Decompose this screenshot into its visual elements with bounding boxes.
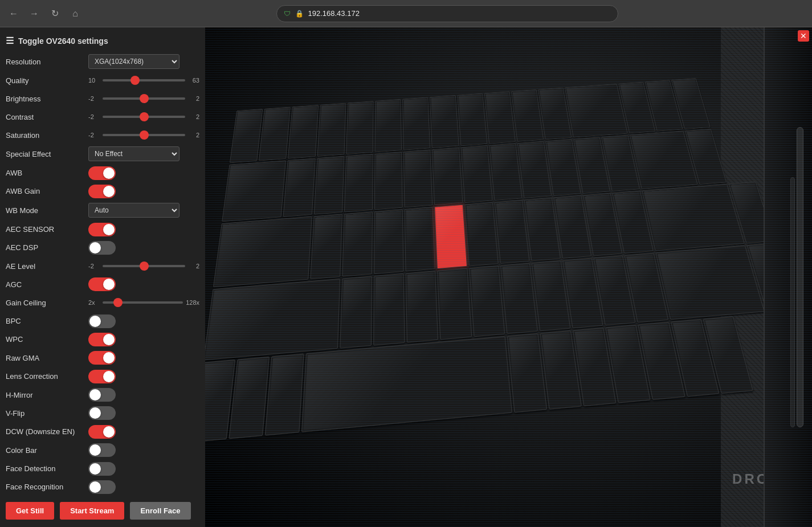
key-6 xyxy=(375,99,402,152)
face-detection-control xyxy=(88,462,199,476)
video-close-button[interactable]: ✕ xyxy=(798,30,809,42)
bpc-thumb xyxy=(89,316,101,327)
lens-correction-control xyxy=(88,370,199,383)
dcw-toggle[interactable] xyxy=(88,425,116,439)
face-detection-label: Face Detection xyxy=(6,464,88,473)
lens-correction-toggle[interactable] xyxy=(88,370,116,383)
lens-correction-row: Lens Correction xyxy=(6,367,199,386)
contrast-slider[interactable] xyxy=(103,116,185,118)
cable-1 xyxy=(797,127,803,427)
h-mirror-label: H-Mirror xyxy=(6,391,88,399)
key-j xyxy=(495,200,530,264)
color-bar-toggle[interactable] xyxy=(88,443,116,457)
start-stream-button[interactable]: Start Stream xyxy=(60,502,124,520)
saturation-max: 2 xyxy=(188,132,199,138)
quality-max: 63 xyxy=(188,77,199,84)
lens-correction-thumb xyxy=(103,371,115,382)
quality-slider[interactable] xyxy=(103,79,185,81)
wpc-toggle[interactable] xyxy=(88,333,116,346)
agc-toggle[interactable] xyxy=(88,277,116,291)
awb-gain-row: AWB Gain xyxy=(6,182,199,201)
h-mirror-toggle[interactable] xyxy=(88,388,116,402)
browser-chrome: ← → ↻ ⌂ 🛡 🔒 192.168.43.172 xyxy=(0,0,812,27)
contrast-row: Contrast -2 2 xyxy=(6,108,199,126)
wb-mode-row: WB Mode Auto Sunny Cloudy Office Home xyxy=(6,201,199,220)
awb-gain-thumb xyxy=(103,186,115,197)
wb-mode-label: WB Mode xyxy=(6,206,88,215)
bpc-label: BPC xyxy=(6,317,88,325)
h-mirror-control xyxy=(88,388,199,402)
gain-ceiling-max: 128x xyxy=(186,299,199,306)
awb-thumb xyxy=(103,168,115,179)
home-button[interactable]: ⌂ xyxy=(67,6,83,22)
bpc-toggle[interactable] xyxy=(88,314,116,328)
agc-row: AGC xyxy=(6,275,199,293)
enroll-face-button[interactable]: Enroll Face xyxy=(130,502,190,520)
ae-level-label: AE Level xyxy=(6,262,88,271)
aec-sensor-label: AEC SENSOR xyxy=(6,225,88,234)
key-s xyxy=(342,212,373,277)
dcw-thumb xyxy=(103,426,115,438)
face-recognition-toggle[interactable] xyxy=(88,480,116,494)
wb-mode-select[interactable]: Auto Sunny Cloudy Office Home xyxy=(88,203,179,218)
back-button[interactable]: ← xyxy=(6,6,22,22)
resolution-select[interactable]: XGA(1024x768) UXGA(1600x1200) SXGA(1280x… xyxy=(88,54,179,69)
camera-feed: DRON xyxy=(205,27,812,527)
saturation-slider[interactable] xyxy=(103,134,185,136)
dcw-row: DCW (Downsize EN) xyxy=(6,423,199,441)
aec-sensor-thumb xyxy=(103,224,115,235)
key-r xyxy=(374,152,403,210)
saturation-label: Saturation xyxy=(6,131,88,140)
special-effect-select[interactable]: No Effect Negative Grayscale Red Tint Gr… xyxy=(88,146,179,161)
key-q xyxy=(283,158,316,217)
awb-gain-toggle[interactable] xyxy=(88,185,116,198)
h-mirror-thumb xyxy=(89,389,101,401)
quality-label: Quality xyxy=(6,76,88,85)
dcw-control xyxy=(88,425,199,439)
cable-2 xyxy=(790,177,795,427)
button-row: Get Still Start Stream Enroll Face xyxy=(6,496,199,522)
v-flip-toggle[interactable] xyxy=(88,406,116,420)
awb-toggle[interactable] xyxy=(88,166,116,180)
ae-level-control: -2 2 xyxy=(88,263,199,269)
awb-gain-control xyxy=(88,185,199,198)
quality-min: 10 xyxy=(88,77,100,84)
awb-control xyxy=(88,166,199,180)
gain-ceiling-slider[interactable] xyxy=(103,301,183,304)
special-effect-label: Special Effect xyxy=(6,150,88,158)
quality-control: 10 63 xyxy=(88,77,199,84)
ae-level-row: AE Level -2 2 xyxy=(6,257,199,275)
lens-correction-label: Lens Correction xyxy=(6,372,88,381)
raw-gma-toggle[interactable] xyxy=(88,351,116,365)
app-title: Toggle OV2640 settings xyxy=(18,36,108,46)
face-detection-toggle[interactable] xyxy=(88,462,116,476)
raw-gma-control xyxy=(88,351,199,365)
get-still-button[interactable]: Get Still xyxy=(6,502,54,520)
sidebar-title: ☰ Toggle OV2640 settings xyxy=(6,32,199,52)
wpc-control xyxy=(88,333,199,346)
aec-sensor-control xyxy=(88,223,199,236)
key-u xyxy=(460,145,492,203)
face-detection-row: Face Detection xyxy=(6,459,199,477)
aec-sensor-toggle[interactable] xyxy=(88,223,116,236)
aec-sensor-row: AEC SENSOR xyxy=(6,220,199,238)
key-10 xyxy=(484,91,516,144)
contrast-min: -2 xyxy=(88,113,100,120)
wpc-label: WPC xyxy=(6,335,88,344)
key-8 xyxy=(430,95,459,148)
ae-level-slider[interactable] xyxy=(103,265,185,267)
ae-level-min: -2 xyxy=(88,263,100,269)
forward-button[interactable]: → xyxy=(26,6,42,22)
key-9 xyxy=(457,93,487,146)
contrast-control: -2 2 xyxy=(88,113,199,120)
brightness-slider[interactable] xyxy=(103,97,185,100)
wb-mode-control: Auto Sunny Cloudy Office Home xyxy=(88,203,199,218)
awb-gain-label: AWB Gain xyxy=(6,187,88,195)
reload-button[interactable]: ↻ xyxy=(47,6,63,22)
sidebar: ☰ Toggle OV2640 settings Resolution XGA(… xyxy=(0,27,205,527)
dcw-label: DCW (Downsize EN) xyxy=(6,427,88,436)
aec-dsp-toggle[interactable] xyxy=(88,241,116,255)
contrast-label: Contrast xyxy=(6,113,88,121)
aec-dsp-control xyxy=(88,241,199,255)
saturation-row: Saturation -2 2 xyxy=(6,126,199,144)
